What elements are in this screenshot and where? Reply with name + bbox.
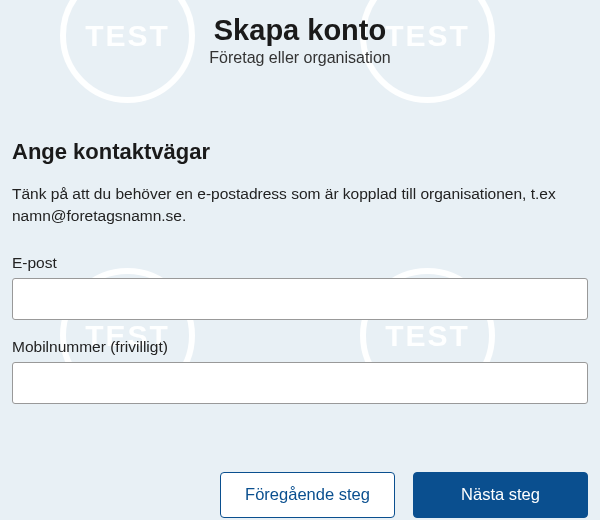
section-heading: Ange kontaktvägar bbox=[12, 139, 588, 165]
next-step-button[interactable]: Nästa steg bbox=[413, 472, 588, 518]
mobile-field[interactable] bbox=[12, 362, 588, 404]
help-text: Tänk på att du behöver en e-postadress s… bbox=[12, 183, 572, 228]
mobile-label: Mobilnummer (frivilligt) bbox=[12, 338, 588, 356]
page-title: Skapa konto bbox=[12, 14, 588, 47]
previous-step-button[interactable]: Föregående steg bbox=[220, 472, 395, 518]
button-row: Föregående steg Nästa steg bbox=[12, 472, 588, 518]
email-label: E-post bbox=[12, 254, 588, 272]
email-field[interactable] bbox=[12, 278, 588, 320]
page-subtitle: Företag eller organisation bbox=[12, 49, 588, 67]
